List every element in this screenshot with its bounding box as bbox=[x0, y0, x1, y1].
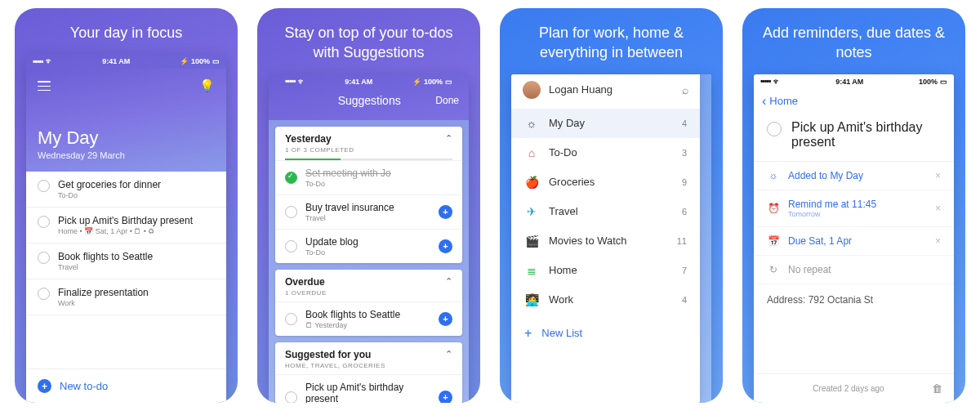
user-header[interactable]: Logan Huang ⌕ bbox=[511, 74, 700, 109]
phone-screen: •••••ᯤ 9:41 AM ⚡100%▭ Suggestions Done Y… bbox=[269, 74, 469, 403]
signal-icon: ••••• bbox=[760, 77, 771, 86]
suggestion-row[interactable]: Pick up Amit's birthday present Home • 📅… bbox=[275, 374, 462, 403]
detail-row[interactable]: ☼Added to My Day× bbox=[754, 162, 954, 190]
task-checkbox[interactable] bbox=[285, 240, 297, 252]
task-checkbox[interactable] bbox=[767, 122, 782, 136]
battery-icon: ▭ bbox=[445, 78, 452, 86]
task-row[interactable]: Finalize presentation Work bbox=[26, 279, 226, 315]
detail-row[interactable]: ↻No repeat bbox=[754, 256, 954, 284]
status-time: 9:41 AM bbox=[345, 78, 372, 86]
list-item[interactable]: ☼My Day4 bbox=[511, 109, 700, 138]
group-header[interactable]: Suggested for you HOME, TRAVEL, GROCERIE… bbox=[275, 342, 462, 374]
task-meta: Travel bbox=[58, 263, 215, 271]
plus-icon: + bbox=[524, 326, 532, 341]
task-header[interactable]: Pick up Amit's birthday present bbox=[754, 114, 954, 161]
clear-icon[interactable]: × bbox=[935, 235, 941, 247]
task-title: Book flights to Seattle bbox=[58, 251, 215, 262]
task-checkbox[interactable] bbox=[38, 216, 50, 228]
suggestions-icon[interactable]: 💡 bbox=[199, 78, 215, 93]
list-item[interactable]: ✈Travel6 bbox=[511, 197, 700, 226]
new-list-button[interactable]: + New List bbox=[511, 315, 700, 352]
new-todo-button[interactable]: + New to-do bbox=[26, 369, 226, 403]
task-title: Buy travel insurance bbox=[305, 202, 430, 213]
promo-panel-3: Plan for work, home & everything in betw… bbox=[500, 8, 723, 403]
task-title: Book flights to Seattle bbox=[305, 309, 430, 320]
suggestion-row[interactable]: Book flights to Seattle 🗒 Yesterday + bbox=[275, 302, 462, 336]
add-to-day-button[interactable]: + bbox=[439, 205, 452, 219]
task-checkbox[interactable] bbox=[285, 313, 297, 325]
battery-label: 100% bbox=[919, 78, 938, 86]
task-title: Get groceries for dinner bbox=[58, 179, 215, 190]
wifi-icon: ᯤ bbox=[46, 57, 53, 65]
delete-icon[interactable]: 🗑 bbox=[932, 382, 942, 395]
note-field[interactable]: Address: 792 Octania St bbox=[754, 284, 954, 373]
row-icon: ⏰ bbox=[767, 203, 780, 214]
headline: Your day in focus bbox=[15, 8, 238, 54]
group-header[interactable]: Yesterday 1 OF 3 COMPLETED ⌃ bbox=[275, 127, 462, 159]
headline: Plan for work, home & everything in betw… bbox=[500, 8, 723, 74]
suggestion-group: Yesterday 1 OF 3 COMPLETED ⌃ Set meeting… bbox=[275, 127, 462, 263]
row-subtext: Tomorrow bbox=[788, 210, 927, 218]
battery-icon: ▭ bbox=[212, 57, 220, 65]
list-count: 4 bbox=[682, 118, 687, 128]
add-to-day-button[interactable]: + bbox=[439, 391, 452, 403]
wifi-icon: ᯤ bbox=[773, 78, 781, 86]
task-meta: 🗒 Yesterday bbox=[305, 321, 430, 329]
search-icon[interactable]: ⌕ bbox=[682, 83, 688, 96]
row-text: Remind me at 11:45Tomorrow bbox=[788, 199, 927, 218]
task-row[interactable]: Book flights to Seattle Travel bbox=[26, 243, 226, 279]
list-item[interactable]: 👩‍💻Work4 bbox=[511, 285, 700, 315]
list-item[interactable]: 🍎Groceries9 bbox=[511, 168, 700, 197]
task-meta: To-Do bbox=[305, 180, 452, 188]
list-icon: ≣ bbox=[524, 264, 539, 277]
task-checkbox[interactable] bbox=[285, 172, 297, 184]
done-button[interactable]: Done bbox=[435, 95, 459, 106]
phone-screen: •••••ᯤ 9:41 AM 100%▭ ‹ Home Pick up Amit… bbox=[754, 74, 954, 403]
group-subtitle: 1 OVERDUE bbox=[285, 289, 327, 297]
page-title: My Day bbox=[38, 127, 215, 149]
task-checkbox[interactable] bbox=[285, 206, 297, 218]
task-checkbox[interactable] bbox=[285, 391, 297, 403]
row-text: Due Sat, 1 Apr bbox=[788, 235, 927, 247]
chevron-up-icon: ⌃ bbox=[445, 276, 452, 287]
task-title: Pick up Amit's Birthday present bbox=[58, 215, 215, 226]
suggestion-group: Suggested for you HOME, TRAVEL, GROCERIE… bbox=[275, 342, 462, 403]
row-text: No repeat bbox=[788, 264, 941, 275]
my-day-hero: 💡 My Day Wednesday 29 March bbox=[26, 69, 226, 172]
list-item[interactable]: 🎬Movies to Watch11 bbox=[511, 226, 700, 256]
promo-panel-4: Add reminders, due dates & notes •••••ᯤ … bbox=[742, 8, 965, 403]
task-checkbox[interactable] bbox=[38, 252, 50, 264]
detail-rows: ☼Added to My Day×⏰Remind me at 11:45Tomo… bbox=[754, 161, 954, 284]
list-icon: ☼ bbox=[524, 117, 539, 130]
task-checkbox[interactable] bbox=[38, 288, 50, 300]
suggestion-row[interactable]: Update blog To-Do + bbox=[275, 229, 462, 263]
group-title: Overdue bbox=[285, 276, 327, 288]
detail-row[interactable]: ⏰Remind me at 11:45Tomorrow× bbox=[754, 190, 954, 227]
suggestion-group: Overdue 1 OVERDUE ⌃ Book flights to Seat… bbox=[275, 270, 462, 336]
menu-icon[interactable] bbox=[38, 81, 51, 91]
add-to-day-button[interactable]: + bbox=[439, 312, 452, 326]
chevron-left-icon: ‹ bbox=[762, 94, 766, 109]
back-button[interactable]: ‹ Home bbox=[754, 89, 954, 114]
group-header[interactable]: Overdue 1 OVERDUE ⌃ bbox=[275, 270, 462, 302]
list-count: 9 bbox=[682, 177, 687, 187]
add-to-day-button[interactable]: + bbox=[439, 239, 452, 253]
group-title: Yesterday bbox=[285, 133, 354, 145]
suggestion-row[interactable]: Buy travel insurance Travel + bbox=[275, 194, 462, 229]
task-row[interactable]: Pick up Amit's Birthday present Home • 📅… bbox=[26, 208, 226, 243]
clear-icon[interactable]: × bbox=[935, 203, 941, 214]
wifi-icon: ᯤ bbox=[298, 78, 305, 86]
plus-icon: + bbox=[38, 379, 51, 393]
suggestion-row[interactable]: Set meeting with Jo To-Do bbox=[275, 160, 462, 194]
battery-icon: ▭ bbox=[940, 78, 947, 86]
row-icon: ☼ bbox=[767, 170, 780, 181]
list-item[interactable]: ⌂To-Do3 bbox=[511, 138, 700, 168]
task-checkbox[interactable] bbox=[38, 180, 50, 192]
clear-icon[interactable]: × bbox=[935, 170, 941, 181]
detail-row[interactable]: 📅Due Sat, 1 Apr× bbox=[754, 227, 954, 256]
task-row[interactable]: Get groceries for dinner To-Do bbox=[26, 172, 226, 208]
task-list: Get groceries for dinner To-Do Pick up A… bbox=[26, 172, 226, 369]
headline: Stay on top of your to-dos with Suggesti… bbox=[257, 8, 480, 74]
list-item[interactable]: ≣Home7 bbox=[511, 256, 700, 285]
lists: ☼My Day4⌂To-Do3🍎Groceries9✈Travel6🎬Movie… bbox=[511, 109, 700, 315]
